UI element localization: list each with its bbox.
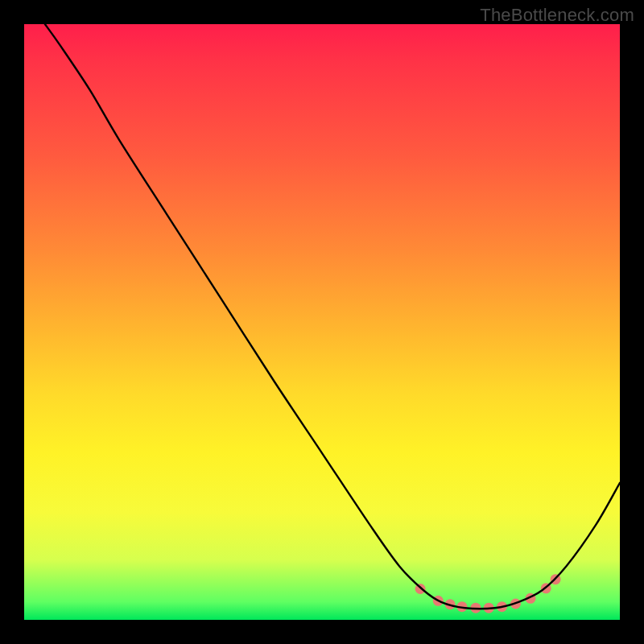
chart-frame: TheBottleneck.com bbox=[0, 0, 644, 644]
curve-line bbox=[45, 24, 620, 609]
plot-area bbox=[24, 24, 620, 620]
curve-svg bbox=[24, 24, 620, 620]
markers-group bbox=[415, 574, 561, 613]
watermark-text: TheBottleneck.com bbox=[480, 5, 634, 26]
